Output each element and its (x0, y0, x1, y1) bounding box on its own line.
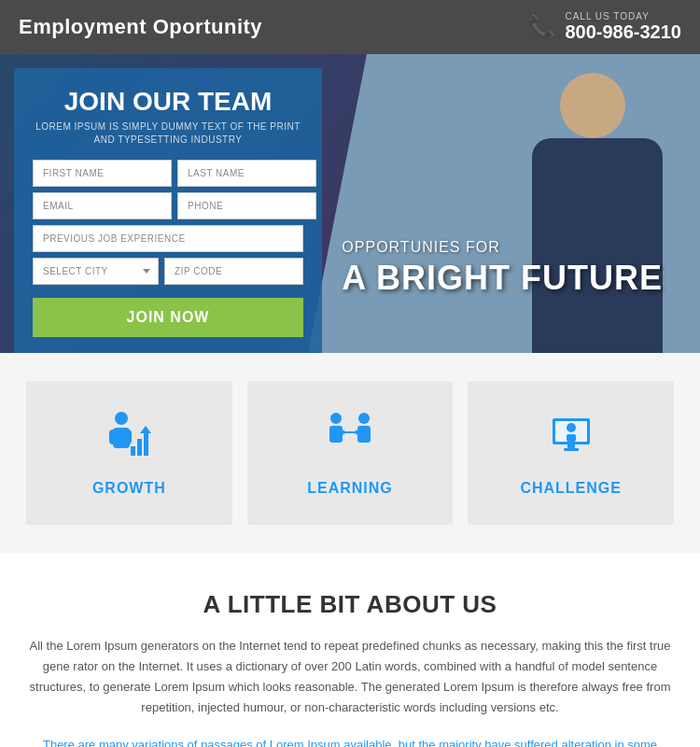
svg-point-10 (358, 413, 370, 424)
about-text: All the Lorem Ipsum generators on the In… (28, 636, 672, 718)
feature-learning: LEARNING (247, 381, 454, 525)
phone-icon: 📞 (527, 14, 555, 40)
svg-rect-3 (124, 430, 132, 444)
svg-point-8 (330, 413, 342, 424)
signup-form-panel: JOIN OUR TEAM LOREM IPSUM IS SIMPLY DUMM… (14, 68, 322, 353)
about-title: A LITTLE BIT ABOUT US (28, 590, 672, 619)
svg-rect-19 (567, 444, 575, 448)
header: Employment Oportunity 📞 CALL US TODAY 80… (0, 0, 700, 54)
challenge-icon (543, 409, 599, 469)
form-title: JOIN OUR TEAM (33, 87, 303, 117)
feature-growth: GROWTH (26, 381, 232, 525)
hero-section: OPPORTUNIES FOR A BRIGHT FUTURE JOIN OUR… (0, 54, 700, 353)
svg-rect-2 (109, 430, 117, 444)
hero-tagline: OPPORTUNIES FOR A BRIGHT FUTURE (342, 239, 663, 297)
svg-marker-7 (140, 426, 151, 433)
svg-point-0 (115, 412, 128, 425)
join-now-button[interactable]: JOIN NOW (33, 298, 303, 337)
name-row (33, 160, 303, 187)
site-title: Employment Oportunity (19, 15, 262, 39)
challenge-label: CHALLENGE (520, 480, 622, 497)
svg-point-17 (567, 423, 576, 432)
features-section: GROWTH LEARNING (0, 353, 700, 553)
opportunities-text: OPPORTUNIES FOR (342, 239, 663, 256)
call-label: CALL US TODAY (565, 11, 649, 21)
learning-label: LEARNING (307, 480, 393, 497)
svg-rect-5 (137, 439, 142, 456)
hero-person-image (308, 54, 700, 353)
learning-icon (322, 409, 378, 469)
svg-rect-4 (131, 446, 135, 456)
city-zip-row: SELECT CITY New York Los Angeles Chicago (33, 258, 303, 285)
first-name-input[interactable] (33, 160, 172, 187)
growth-label: GROWTH (92, 480, 166, 497)
bright-future-text: A BRIGHT FUTURE (342, 260, 663, 297)
last-name-input[interactable] (177, 160, 316, 187)
svg-rect-6 (144, 432, 148, 456)
zip-code-input[interactable] (164, 258, 303, 285)
contact-row (33, 192, 303, 219)
phone-number: 800-986-3210 (565, 21, 681, 43)
svg-rect-20 (564, 448, 579, 451)
feature-challenge: CHALLENGE (468, 381, 674, 525)
svg-rect-11 (357, 426, 371, 443)
svg-rect-18 (567, 434, 576, 442)
city-select[interactable]: SELECT CITY New York Los Angeles Chicago (33, 258, 159, 285)
job-experience-input[interactable] (33, 225, 303, 252)
growth-icon (101, 409, 157, 469)
phone-text-block: CALL US TODAY 800-986-3210 (565, 11, 681, 43)
phone-input[interactable] (177, 192, 316, 219)
phone-block: 📞 CALL US TODAY 800-986-3210 (527, 11, 681, 43)
about-link-text: There are many variations of passages of… (28, 735, 672, 747)
svg-rect-9 (329, 426, 343, 443)
form-subtitle: LOREM IPSUM IS SIMPLY DUMMY TEXT OF THE … (33, 120, 303, 147)
about-section: A LITTLE BIT ABOUT US All the Lorem Ipsu… (0, 553, 700, 747)
email-input[interactable] (33, 192, 172, 219)
